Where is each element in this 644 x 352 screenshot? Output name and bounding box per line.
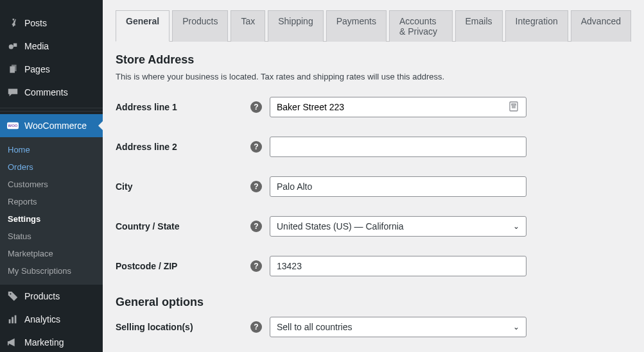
label-city: City [116, 181, 250, 192]
media-icon [6, 40, 19, 53]
chevron-down-icon: ⌄ [513, 222, 519, 231]
tab-products[interactable]: Products [172, 10, 228, 42]
menu-label: Marketing [24, 337, 64, 348]
address1-input[interactable] [277, 98, 508, 116]
menu-label: WooCommerce [24, 121, 87, 131]
selling-location-value: Sell to all countries [277, 322, 352, 332]
store-address-heading: Store Address [116, 53, 631, 67]
megaphone-icon [6, 336, 19, 349]
menu-woocommerce[interactable]: WOO WooCommerce [0, 114, 103, 137]
submenu-customers[interactable]: Customers [0, 176, 103, 193]
svg-point-0 [9, 44, 13, 49]
menu-separator [0, 108, 103, 112]
submenu-reports[interactable]: Reports [0, 193, 103, 210]
autofill-icon [508, 101, 519, 113]
row-city: City ? [116, 176, 631, 197]
tab-advanced[interactable]: Advanced [571, 10, 631, 42]
comments-icon [6, 86, 19, 99]
woocommerce-icon: WOO [6, 119, 19, 132]
admin-sidebar: Posts Media Pages Comments WOO WooCommer… [0, 0, 103, 352]
menu-analytics[interactable]: Analytics [0, 308, 103, 331]
submenu-settings[interactable]: Settings [0, 210, 103, 228]
menu-label: Media [24, 41, 49, 51]
label-postcode: Postcode / ZIP [116, 261, 250, 271]
svg-text:WOO: WOO [8, 124, 18, 128]
svg-rect-11 [512, 104, 516, 105]
svg-rect-1 [13, 44, 17, 47]
menu-label: Analytics [24, 314, 60, 324]
submenu-orders[interactable]: Orders [0, 158, 103, 176]
row-selling-location: Selling location(s) ? Sell to all countr… [116, 317, 631, 337]
menu-label: Posts [24, 18, 47, 28]
woocommerce-submenu: Home Orders Customers Reports Settings S… [0, 137, 103, 285]
general-options-heading: General options [116, 296, 631, 309]
menu-label: Pages [24, 64, 50, 74]
country-value: United States (US) — California [277, 221, 404, 231]
svg-rect-9 [15, 315, 17, 324]
submenu-my-subscriptions[interactable]: My Subscriptions [0, 262, 103, 280]
tab-emails[interactable]: Emails [455, 10, 503, 42]
chart-icon [6, 313, 19, 326]
address2-input[interactable] [270, 137, 527, 157]
label-selling-location: Selling location(s) [116, 322, 250, 332]
row-postcode: Postcode / ZIP ? [116, 256, 631, 276]
tab-shipping[interactable]: Shipping [268, 10, 324, 42]
submenu-marketplace[interactable]: Marketplace [0, 245, 103, 262]
menu-label: Products [24, 291, 60, 301]
settings-tabs: General Products Tax Shipping Payments A… [116, 10, 631, 42]
svg-rect-7 [9, 319, 11, 323]
pin-icon [6, 17, 19, 29]
row-country: Country / State ? United States (US) — C… [116, 216, 631, 237]
submenu-home[interactable]: Home [0, 141, 103, 158]
help-icon[interactable]: ? [250, 101, 262, 113]
pages-icon [6, 63, 19, 76]
help-icon[interactable]: ? [250, 141, 262, 153]
menu-pages[interactable]: Pages [0, 58, 103, 81]
label-country: Country / State [116, 221, 250, 231]
row-address2: Address line 2 ? [116, 137, 631, 157]
help-icon[interactable]: ? [250, 221, 262, 232]
menu-products[interactable]: Products [0, 285, 103, 308]
postcode-input[interactable] [270, 256, 527, 276]
svg-rect-8 [12, 317, 13, 323]
main-content: General Products Tax Shipping Payments A… [103, 0, 644, 352]
label-address1: Address line 1 [116, 102, 250, 112]
city-input[interactable] [270, 176, 527, 197]
country-select[interactable]: United States (US) — California ⌄ [270, 216, 527, 237]
menu-posts[interactable]: Posts [0, 12, 103, 35]
store-address-desc: This is where your business is located. … [116, 72, 631, 81]
tab-integration[interactable]: Integration [505, 10, 568, 42]
help-icon[interactable]: ? [250, 260, 262, 272]
row-address1: Address line 1 ? [116, 97, 631, 117]
tab-tax[interactable]: Tax [231, 10, 265, 42]
help-icon[interactable]: ? [250, 181, 262, 192]
svg-rect-3 [11, 64, 16, 71]
tab-general[interactable]: General [116, 10, 170, 42]
svg-point-6 [10, 293, 11, 294]
address1-wrap [270, 97, 527, 117]
submenu-status[interactable]: Status [0, 228, 103, 245]
help-icon[interactable]: ? [250, 321, 262, 333]
tab-accounts-privacy[interactable]: Accounts & Privacy [389, 10, 453, 42]
tag-icon [6, 290, 19, 303]
menu-media[interactable]: Media [0, 35, 103, 58]
chevron-down-icon: ⌄ [513, 323, 519, 331]
selling-location-select[interactable]: Sell to all countries ⌄ [270, 317, 527, 337]
menu-marketing[interactable]: Marketing [0, 331, 103, 352]
menu-comments[interactable]: Comments [0, 81, 103, 104]
label-address2: Address line 2 [116, 142, 250, 152]
tab-payments[interactable]: Payments [326, 10, 387, 42]
menu-label: Comments [24, 87, 68, 97]
